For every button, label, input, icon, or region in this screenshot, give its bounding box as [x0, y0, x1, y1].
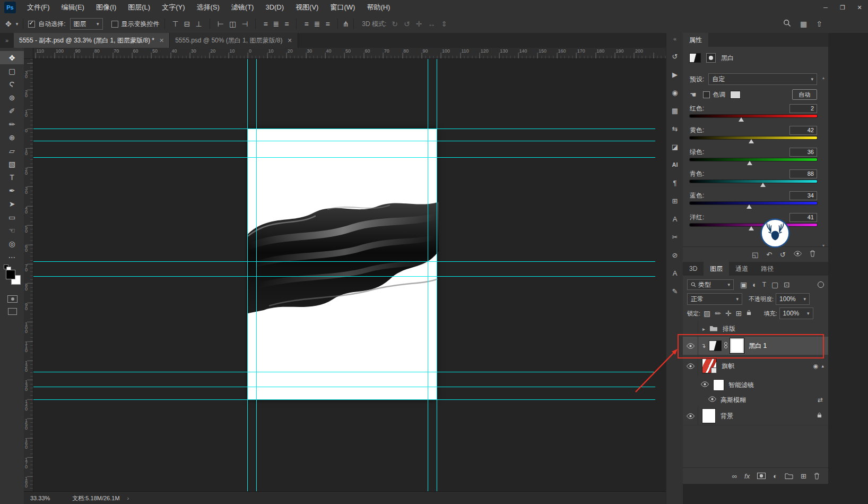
search-icon[interactable]: [783, 19, 791, 29]
filter-shape-layers-icon[interactable]: ▢: [771, 281, 778, 288]
menu-i[interactable]: 图像(I): [90, 0, 122, 15]
slider-thumb[interactable]: [760, 183, 766, 187]
clip-to-layer-icon[interactable]: ◱: [752, 251, 758, 259]
align-right-icon[interactable]: ⊣: [241, 20, 248, 28]
preset-dropdown[interactable]: 自定▾: [708, 73, 817, 85]
slider-track[interactable]: [690, 158, 817, 161]
tab-paths[interactable]: 路径: [754, 262, 780, 276]
tab-close-icon[interactable]: ✕: [287, 37, 292, 44]
delete-layer-icon[interactable]: [814, 473, 820, 480]
toggle-visibility-icon[interactable]: [794, 251, 802, 258]
share-icon[interactable]: ⇧: [816, 20, 822, 28]
link-layers-icon[interactable]: ∞: [732, 472, 737, 480]
maximize-button[interactable]: ❐: [834, 0, 851, 15]
align-vertical-center-icon[interactable]: ⊟: [184, 20, 190, 28]
slide-3d-camera-icon[interactable]: ↔: [428, 20, 436, 28]
group-expand-icon[interactable]: ▸: [702, 326, 705, 332]
quick-mask-icon[interactable]: [7, 295, 18, 303]
slider-value-input[interactable]: 88: [789, 169, 817, 178]
actions-panel-icon[interactable]: ▶: [669, 69, 681, 80]
visibility-toggle[interactable]: [683, 407, 698, 425]
auto-select-checkbox[interactable]: [28, 21, 35, 28]
guide-vertical[interactable]: [247, 58, 248, 491]
opacity-field[interactable]: 100%▾: [776, 293, 810, 305]
visibility-toggle[interactable]: [701, 381, 709, 389]
tint-color-swatch[interactable]: [730, 91, 741, 99]
zoom-tool[interactable]: ◎: [0, 237, 24, 250]
fill-field[interactable]: 100%▾: [779, 307, 813, 319]
rectangle-tool[interactable]: ▭: [0, 210, 24, 224]
edit-toolbar-icon[interactable]: ⋯: [0, 250, 24, 263]
filter-smart-objects-icon[interactable]: ⊡: [784, 281, 790, 288]
guide-horizontal[interactable]: [33, 261, 655, 262]
filter-blending-options-icon[interactable]: ⇄: [818, 396, 823, 404]
distribute-bottom-icon[interactable]: ≡: [284, 20, 289, 28]
ruler-corner[interactable]: [24, 48, 33, 59]
zoom-3d-camera-icon[interactable]: ⇕: [441, 20, 448, 28]
reset-adjustment-icon[interactable]: ↺: [780, 251, 786, 259]
eraser-tool[interactable]: ▱: [0, 144, 24, 157]
gradient-tool[interactable]: ▧: [0, 157, 24, 170]
smart-object-thumbnail[interactable]: [702, 358, 717, 373]
slider-value-input[interactable]: 34: [789, 191, 817, 200]
layer-row-background[interactable]: 背景: [683, 407, 828, 425]
screen-mode-icon[interactable]: [8, 308, 17, 315]
tint-checkbox[interactable]: [703, 91, 710, 98]
slider-thumb[interactable]: [749, 226, 754, 230]
delete-adjustment-icon[interactable]: [810, 250, 815, 259]
slider-value-input[interactable]: 42: [789, 126, 817, 135]
ruler-left[interactable]: 3020100102030405060708090100110120130140…: [24, 58, 33, 491]
path-selection-tool[interactable]: ➤: [0, 197, 24, 210]
ruler-top[interactable]: 1101009080706050403020100102030405060708…: [33, 48, 666, 59]
align-horizontal-center-icon[interactable]: ◫: [229, 20, 236, 28]
lock-artboard-icon[interactable]: ⊞: [736, 310, 742, 317]
close-button[interactable]: ✕: [851, 0, 868, 15]
distribute-right-icon[interactable]: ≡: [325, 20, 329, 28]
lock-pixels-icon[interactable]: ✏: [715, 310, 721, 317]
background-layer-thumbnail[interactable]: [702, 408, 716, 423]
slider-value-input[interactable]: 41: [789, 213, 817, 222]
filter-pixel-layers-icon[interactable]: ▣: [740, 281, 747, 288]
new-adjustment-layer-icon[interactable]: ◐: [773, 472, 777, 480]
document-canvas[interactable]: [248, 129, 437, 400]
zoom-level-field[interactable]: 33.33%: [30, 495, 50, 501]
quick-selection-tool[interactable]: ⊚: [0, 91, 24, 104]
pen-tool[interactable]: ✒: [0, 184, 24, 197]
smart-filters-collapse-icon[interactable]: ▴: [821, 363, 824, 369]
collapse-panels-chevron-icon[interactable]: «: [673, 34, 676, 44]
guide-vertical[interactable]: [256, 58, 257, 491]
guide-vertical[interactable]: [437, 58, 437, 491]
alpha-panel-icon[interactable]: Α: [669, 268, 681, 278]
show-transform-checkbox[interactable]: [111, 21, 118, 28]
guide-horizontal[interactable]: [33, 129, 655, 129]
guide-vertical[interactable]: [428, 58, 428, 491]
document-tab-active[interactable]: 5555 - 副本.psd @ 33.3% (黑白 1, 图层蒙版/8) * ✕: [14, 33, 170, 48]
layer-name[interactable]: 高斯模糊: [721, 396, 746, 405]
slider-thumb[interactable]: [747, 161, 752, 165]
info-panel-icon[interactable]: ⊘: [669, 250, 681, 260]
canvas-area[interactable]: 1101009080706050403020100102030405060708…: [24, 48, 666, 491]
slider-value-input[interactable]: 2: [789, 104, 817, 113]
layer-filter-toggle[interactable]: [818, 281, 824, 288]
lock-transparency-icon[interactable]: ▨: [704, 310, 710, 317]
paragraph-panel-icon[interactable]: ¶: [669, 177, 681, 188]
glyphs-panel-icon[interactable]: ⊞: [669, 195, 681, 206]
slider-value-input[interactable]: 36: [789, 148, 817, 157]
menu-e[interactable]: 编辑(E): [56, 0, 90, 15]
slider-track[interactable]: [690, 136, 817, 139]
marquee-tool[interactable]: ▢: [0, 64, 24, 78]
gradients-panel-icon[interactable]: ⇆: [669, 123, 681, 134]
move-tool-icon[interactable]: ✥: [5, 20, 12, 28]
tab-properties[interactable]: 属性: [683, 33, 708, 47]
menu-v[interactable]: 视图(V): [290, 0, 324, 15]
lasso-tool[interactable]: Ϛ: [0, 78, 24, 91]
auto-button[interactable]: 自动: [792, 89, 817, 100]
menu-f[interactable]: 文件(F): [21, 0, 56, 15]
layer-name[interactable]: 背景: [721, 412, 733, 421]
slider-track[interactable]: [690, 115, 817, 117]
foreground-color-swatch[interactable]: [6, 270, 15, 279]
tool-preset-caret-icon[interactable]: ▾: [16, 21, 19, 27]
pan-3d-camera-icon[interactable]: ✛: [416, 20, 422, 28]
guide-horizontal[interactable]: [33, 276, 655, 277]
slider-track[interactable]: [690, 224, 817, 226]
